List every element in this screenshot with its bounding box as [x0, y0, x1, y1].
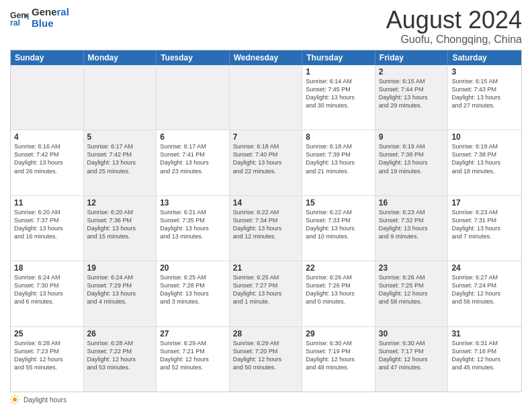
day-number: 18 — [14, 263, 80, 273]
day-info: Sunrise: 6:22 AM Sunset: 7:33 PM Dayligh… — [306, 208, 371, 241]
day-info: Sunrise: 6:19 AM Sunset: 7:38 PM Dayligh… — [451, 142, 518, 175]
calendar-header-cell: Wednesday — [230, 50, 303, 65]
page: Gene ral General Blue August 2024 Guofu,… — [0, 0, 532, 411]
day-info: Sunrise: 6:29 AM Sunset: 7:21 PM Dayligh… — [160, 339, 226, 372]
day-number: 6 — [160, 132, 226, 142]
day-number: 26 — [87, 329, 153, 338]
header: Gene ral General Blue August 2024 Guofu,… — [10, 7, 522, 46]
day-info: Sunrise: 6:14 AM Sunset: 7:45 PM Dayligh… — [306, 77, 371, 110]
calendar-cell: 21Sunrise: 6:25 AM Sunset: 7:27 PM Dayli… — [230, 261, 303, 326]
day-number: 20 — [160, 263, 226, 273]
svg-line-11 — [17, 396, 18, 397]
calendar-cell — [157, 65, 230, 130]
day-number: 15 — [306, 198, 371, 208]
day-info: Sunrise: 6:22 AM Sunset: 7:34 PM Dayligh… — [233, 208, 299, 241]
day-info: Sunrise: 6:25 AM Sunset: 7:27 PM Dayligh… — [233, 273, 299, 306]
day-info: Sunrise: 6:28 AM Sunset: 7:23 PM Dayligh… — [14, 339, 80, 372]
day-number: 25 — [14, 329, 80, 338]
day-info: Sunrise: 6:29 AM Sunset: 7:20 PM Dayligh… — [233, 339, 299, 372]
day-info: Sunrise: 6:15 AM Sunset: 7:44 PM Dayligh… — [379, 77, 445, 110]
calendar-week: 18Sunrise: 6:24 AM Sunset: 7:30 PM Dayli… — [11, 261, 521, 326]
footer-note: Daylight hours — [10, 395, 522, 404]
day-info: Sunrise: 6:24 AM Sunset: 7:29 PM Dayligh… — [87, 273, 153, 306]
calendar-week: 25Sunrise: 6:28 AM Sunset: 7:23 PM Dayli… — [11, 327, 521, 392]
day-number: 5 — [87, 132, 153, 142]
calendar-header-cell: Monday — [84, 50, 157, 65]
calendar-cell: 15Sunrise: 6:22 AM Sunset: 7:33 PM Dayli… — [302, 196, 375, 261]
day-number: 4 — [14, 132, 80, 142]
day-info: Sunrise: 6:26 AM Sunset: 7:25 PM Dayligh… — [379, 273, 445, 306]
day-number: 22 — [306, 263, 371, 273]
calendar-cell: 4Sunrise: 6:16 AM Sunset: 7:42 PM Daylig… — [11, 130, 84, 195]
calendar-cell: 23Sunrise: 6:26 AM Sunset: 7:25 PM Dayli… — [375, 261, 449, 326]
day-info: Sunrise: 6:15 AM Sunset: 7:43 PM Dayligh… — [451, 77, 518, 110]
sun-icon — [10, 395, 19, 404]
calendar-cell: 26Sunrise: 6:28 AM Sunset: 7:22 PM Dayli… — [84, 327, 157, 392]
calendar-cell: 30Sunrise: 6:30 AM Sunset: 7:17 PM Dayli… — [375, 327, 449, 392]
day-number: 1 — [306, 67, 371, 77]
calendar-cell: 3Sunrise: 6:15 AM Sunset: 7:43 PM Daylig… — [448, 65, 521, 130]
day-info: Sunrise: 6:27 AM Sunset: 7:24 PM Dayligh… — [451, 273, 518, 306]
title-block: August 2024 Guofu, Chongqing, China — [386, 7, 522, 46]
day-info: Sunrise: 6:31 AM Sunset: 7:16 PM Dayligh… — [451, 339, 518, 372]
day-number: 10 — [451, 132, 518, 142]
logo-general: General — [32, 7, 69, 18]
calendar-cell: 19Sunrise: 6:24 AM Sunset: 7:29 PM Dayli… — [84, 261, 157, 326]
day-number: 27 — [160, 329, 226, 338]
calendar-cell: 24Sunrise: 6:27 AM Sunset: 7:24 PM Dayli… — [448, 261, 521, 326]
calendar-cell: 12Sunrise: 6:20 AM Sunset: 7:36 PM Dayli… — [84, 196, 157, 261]
calendar-header-cell: Sunday — [11, 50, 84, 65]
day-info: Sunrise: 6:19 AM Sunset: 7:38 PM Dayligh… — [379, 142, 445, 175]
calendar-cell: 5Sunrise: 6:17 AM Sunset: 7:42 PM Daylig… — [84, 130, 157, 195]
day-number: 30 — [379, 329, 445, 338]
day-number: 24 — [451, 263, 518, 273]
calendar-cell: 22Sunrise: 6:26 AM Sunset: 7:26 PM Dayli… — [302, 261, 375, 326]
calendar-cell: 29Sunrise: 6:30 AM Sunset: 7:19 PM Dayli… — [302, 327, 375, 392]
calendar-cell: 9Sunrise: 6:19 AM Sunset: 7:38 PM Daylig… — [375, 130, 449, 195]
day-number: 12 — [87, 198, 153, 208]
day-number: 16 — [379, 198, 445, 208]
calendar-week: 4Sunrise: 6:16 AM Sunset: 7:42 PM Daylig… — [11, 130, 521, 195]
day-number: 3 — [451, 67, 518, 77]
main-title: August 2024 — [386, 7, 522, 34]
day-info: Sunrise: 6:20 AM Sunset: 7:36 PM Dayligh… — [87, 208, 153, 241]
calendar-cell: 1Sunrise: 6:14 AM Sunset: 7:45 PM Daylig… — [302, 65, 375, 130]
calendar-cell: 10Sunrise: 6:19 AM Sunset: 7:38 PM Dayli… — [448, 130, 521, 195]
calendar-week: 11Sunrise: 6:20 AM Sunset: 7:37 PM Dayli… — [11, 196, 521, 261]
svg-line-9 — [11, 396, 12, 397]
day-number: 29 — [306, 329, 371, 338]
day-info: Sunrise: 6:18 AM Sunset: 7:40 PM Dayligh… — [233, 142, 299, 175]
calendar-cell: 28Sunrise: 6:29 AM Sunset: 7:20 PM Dayli… — [230, 327, 303, 392]
calendar-header-cell: Saturday — [448, 50, 521, 65]
day-number: 28 — [233, 329, 299, 338]
logo-icon: Gene ral — [10, 9, 29, 28]
day-number: 2 — [379, 67, 445, 77]
logo: Gene ral General Blue — [10, 7, 69, 29]
day-info: Sunrise: 6:23 AM Sunset: 7:32 PM Dayligh… — [379, 208, 445, 241]
calendar-cell: 20Sunrise: 6:25 AM Sunset: 7:28 PM Dayli… — [157, 261, 230, 326]
calendar-header-row: SundayMondayTuesdayWednesdayThursdayFrid… — [11, 50, 521, 65]
calendar-body: 1Sunrise: 6:14 AM Sunset: 7:45 PM Daylig… — [11, 65, 521, 392]
day-number: 14 — [233, 198, 299, 208]
calendar-cell: 2Sunrise: 6:15 AM Sunset: 7:44 PM Daylig… — [375, 65, 449, 130]
calendar-header-cell: Friday — [375, 50, 449, 65]
day-info: Sunrise: 6:18 AM Sunset: 7:39 PM Dayligh… — [306, 142, 371, 175]
day-info: Sunrise: 6:16 AM Sunset: 7:42 PM Dayligh… — [14, 142, 80, 175]
calendar-cell: 27Sunrise: 6:29 AM Sunset: 7:21 PM Dayli… — [157, 327, 230, 392]
day-info: Sunrise: 6:21 AM Sunset: 7:35 PM Dayligh… — [160, 208, 226, 241]
svg-point-4 — [13, 398, 17, 402]
calendar-cell — [84, 65, 157, 130]
day-info: Sunrise: 6:17 AM Sunset: 7:42 PM Dayligh… — [87, 142, 153, 175]
footer-text: Daylight hours — [24, 396, 66, 404]
day-info: Sunrise: 6:26 AM Sunset: 7:26 PM Dayligh… — [306, 273, 371, 306]
day-info: Sunrise: 6:23 AM Sunset: 7:31 PM Dayligh… — [451, 208, 518, 241]
calendar-cell: 13Sunrise: 6:21 AM Sunset: 7:35 PM Dayli… — [157, 196, 230, 261]
calendar: SundayMondayTuesdayWednesdayThursdayFrid… — [10, 50, 522, 392]
calendar-cell: 11Sunrise: 6:20 AM Sunset: 7:37 PM Dayli… — [11, 196, 84, 261]
day-info: Sunrise: 6:30 AM Sunset: 7:19 PM Dayligh… — [306, 339, 371, 372]
day-info: Sunrise: 6:20 AM Sunset: 7:37 PM Dayligh… — [14, 208, 80, 241]
day-number: 23 — [379, 263, 445, 273]
calendar-cell: 17Sunrise: 6:23 AM Sunset: 7:31 PM Dayli… — [448, 196, 521, 261]
day-number: 13 — [160, 198, 226, 208]
day-info: Sunrise: 6:25 AM Sunset: 7:28 PM Dayligh… — [160, 273, 226, 306]
